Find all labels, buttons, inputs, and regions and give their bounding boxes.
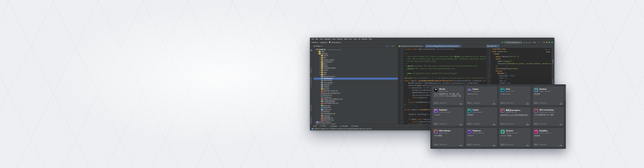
panel-settings-icon[interactable]: ⚙ bbox=[392, 45, 393, 47]
menu-item-code[interactable]: Code bbox=[332, 38, 335, 40]
plugin-card[interactable]: DSDataSpelljetbrains dataspellDataSpell版… bbox=[432, 107, 464, 126]
download-icon[interactable]: ↓ bbox=[559, 101, 562, 104]
breadcrumb-item[interactable]: .dockerignore bbox=[329, 41, 341, 43]
editor-tab[interactable]: index.html× bbox=[486, 44, 499, 48]
menu-item-git[interactable]: Git bbox=[359, 38, 361, 40]
plugin-status-icon[interactable] bbox=[549, 42, 550, 43]
settings-gear-icon[interactable]: ⚙ bbox=[543, 42, 545, 43]
code-line: 44@Around("execution(public * *(..)) && … bbox=[398, 77, 486, 79]
plugin-description: Pycharm 专业版 bbox=[501, 135, 529, 137]
toolwindow-git[interactable]: ◆Git bbox=[313, 125, 317, 127]
download-icon[interactable]: ↓ bbox=[493, 143, 495, 146]
menu-item-tools[interactable]: Tools bbox=[354, 38, 357, 40]
plugin-card[interactable]: PSPhpStormjetbrains phpstormPhpStorm版本号：… bbox=[466, 128, 497, 147]
account-icon[interactable] bbox=[551, 42, 553, 43]
next-problem-icon[interactable]: ∨ bbox=[549, 49, 550, 50]
plugin-version: 版本号：2024.06.23 bbox=[468, 143, 480, 145]
debug-button[interactable]: ◉ bbox=[526, 42, 527, 43]
download-icon[interactable]: ↓ bbox=[493, 101, 495, 104]
menu-item-view[interactable]: View bbox=[320, 38, 323, 40]
menu-item-help[interactable]: Help bbox=[369, 38, 372, 40]
plugin-subtitle: jetbrains datagrip bbox=[539, 90, 550, 92]
tree-item-label: appsmith_events.md bbox=[323, 90, 338, 92]
tree-item-label: ci-debug.sh bbox=[323, 96, 331, 98]
project-stripe-icon[interactable]: ▦ bbox=[311, 49, 312, 51]
download-icon[interactable]: ↓ bbox=[526, 122, 529, 125]
menu-item-file[interactable]: File bbox=[312, 38, 314, 40]
build-hammer-icon[interactable]: ⚒ bbox=[501, 42, 503, 43]
menu-item-build[interactable]: Build bbox=[344, 38, 347, 40]
editor-tab[interactable]: ApplicationControllerTest.java× bbox=[397, 44, 425, 48]
menu-bar: FileEditViewNavigateCodeRefactorBuildRun… bbox=[310, 38, 554, 41]
tool-stripe-item-gradle[interactable]: Gradle bbox=[552, 79, 554, 84]
tab-close-icon[interactable]: × bbox=[459, 45, 460, 47]
tool-stripe-item-structure[interactable]: Structure bbox=[310, 105, 312, 112]
tab-close-icon[interactable]: × bbox=[423, 45, 424, 47]
plugin-card[interactable]: CLClionjetbrains clionJetbrains Clion版本号… bbox=[499, 86, 531, 105]
plugin-card[interactable]: DGDataGripjetbrains datagrip暂无描述版本号：2024… bbox=[533, 86, 564, 105]
plugin-card[interactable]: Eclipseeclipse javaEclipse for Java版本号：2… bbox=[466, 86, 497, 105]
run-config-label: ServerApplication bbox=[507, 42, 520, 43]
run-configuration-select[interactable]: ServerApplication ▾ bbox=[504, 41, 522, 44]
download-icon[interactable]: ↓ bbox=[460, 122, 462, 125]
download-icon[interactable]: ↓ bbox=[493, 122, 495, 125]
run-button[interactable]: ▶ bbox=[523, 42, 525, 43]
assistant-chat-icon[interactable] bbox=[312, 128, 313, 130]
plugin-subtitle: jetbrains rubymine bbox=[539, 132, 551, 134]
download-icon[interactable]: ↓ bbox=[460, 101, 462, 104]
code-line: 38 * bbox=[398, 62, 486, 65]
profile-button[interactable]: ◍ bbox=[529, 42, 530, 43]
status-message[interactable]: TONGYI Lingma: Hi, I'm TONGYI Lingma, an… bbox=[314, 128, 371, 130]
expand-all-icon[interactable]: ↕ bbox=[388, 45, 389, 47]
add-icon[interactable]: + bbox=[390, 45, 391, 47]
breadcrumb-item[interactable]: install-try bbox=[312, 42, 318, 43]
inspections-widget[interactable]: ✓ 59 ∧ ∨ bbox=[543, 49, 550, 50]
tool-stripe-item-bookmarks[interactable]: Bookmarks bbox=[310, 117, 312, 125]
menu-item-run[interactable]: Run bbox=[349, 38, 352, 40]
tool-stripe-item-pull-requests[interactable]: Pull Requests bbox=[310, 78, 312, 87]
plugin-card[interactable]: IJIDEA Community...jetbrains idea c code… bbox=[533, 107, 564, 126]
download-icon[interactable]: ↓ bbox=[526, 143, 529, 146]
git-push-icon[interactable]: ↑ bbox=[539, 42, 540, 43]
git-update-icon[interactable]: ↓ bbox=[537, 42, 538, 43]
download-icon[interactable]: ↓ bbox=[559, 143, 562, 146]
line-number: 41 bbox=[398, 70, 404, 72]
plugin-card[interactable]: WWhistledevtool whistleWhistle 跨端代理工具，用于… bbox=[432, 86, 464, 105]
editor-tab[interactable]: FeatureFlaggedMethodInvokerAspect.java× bbox=[425, 44, 462, 48]
tab-close-icon[interactable]: × bbox=[497, 45, 498, 47]
download-icon[interactable]: ↓ bbox=[526, 101, 529, 104]
tool-stripe-item-commit[interactable]: Commit bbox=[310, 68, 312, 73]
menu-item-refactor[interactable]: Refactor bbox=[337, 38, 343, 40]
breadcrumb-item[interactable]: pageplug bbox=[320, 42, 327, 43]
plugin-card[interactable]: PCPycharmjetbrains pycharm pPycharm 专业版版… bbox=[499, 128, 531, 147]
plugin-card[interactable]: IJ阿里云SpringBoo...jetbrains idea c ali通过阿… bbox=[499, 107, 531, 126]
plugin-description: 暂无描述 bbox=[468, 114, 496, 116]
menu-item-navigate[interactable]: Navigate bbox=[324, 38, 330, 40]
plugin-icon-letters: RM bbox=[535, 131, 537, 132]
hide-panel-icon[interactable]: ─ bbox=[395, 45, 396, 47]
menu-item-window[interactable]: Window bbox=[362, 38, 367, 40]
toolwindow-services[interactable]: ⚙Services bbox=[351, 125, 358, 127]
download-icon[interactable]: ↓ bbox=[559, 122, 562, 125]
toolwindow-terminal[interactable]: ▤Terminal bbox=[340, 125, 347, 127]
download-icon[interactable]: ↓ bbox=[460, 143, 462, 146]
plugin-card[interactable]: RMRubyMinejetbrains rubymine暂无描述版本号：2024… bbox=[533, 128, 564, 147]
file-icon bbox=[321, 84, 323, 86]
locate-file-icon[interactable]: ◎ bbox=[386, 45, 387, 47]
stop-button[interactable]: ■ bbox=[531, 42, 532, 43]
menu-item-edit[interactable]: Edit bbox=[316, 38, 318, 40]
plugin-description: 暂无描述 bbox=[534, 135, 562, 137]
plugin-card[interactable]: IJIDEA Ultimatejetbrains idea uIDEA 旗舰版版… bbox=[432, 128, 464, 147]
code-text: <head> bbox=[491, 53, 499, 55]
plugin-card[interactable]: GOGolandjetbrains goland暂无描述版本号：2024.06.… bbox=[466, 107, 497, 126]
avatar[interactable] bbox=[546, 42, 548, 43]
toolwindow-todo[interactable]: ☰TODO bbox=[320, 125, 326, 127]
search-icon[interactable]: ◌ bbox=[541, 42, 542, 43]
toolwindow-problems[interactable]: ⚠Problems bbox=[329, 125, 337, 127]
html-file-icon bbox=[487, 45, 489, 47]
store-scrollbar[interactable] bbox=[565, 86, 566, 100]
plugin-card-header: WWhistledevtool whistle bbox=[434, 88, 462, 92]
prev-problem-icon[interactable]: ∧ bbox=[547, 49, 548, 50]
tool-stripe-item-maven[interactable]: Maven bbox=[552, 60, 554, 65]
project-panel-header[interactable]: ▦ Project ▾ ◎ ↕ + ⚙ ─ bbox=[310, 44, 397, 48]
